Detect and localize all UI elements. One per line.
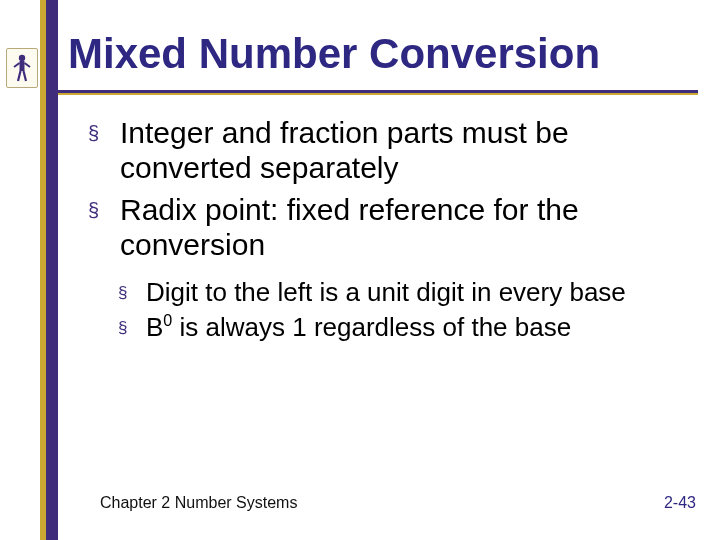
bullet-level1: § Integer and fraction parts must be con… — [88, 115, 698, 186]
bullet-text: Radix point: fixed reference for the con… — [120, 193, 579, 261]
bullet-icon: § — [118, 318, 127, 339]
svg-line-3 — [25, 63, 31, 67]
logo-badge — [6, 48, 38, 88]
svg-line-2 — [14, 63, 20, 67]
base-symbol: B — [146, 312, 163, 342]
sub-bullet-text: B0 is always 1 regardless of the base — [146, 312, 571, 342]
sub-bullet-group: § Digit to the left is a unit digit in e… — [118, 277, 698, 344]
footer-page-number: 2-43 — [664, 494, 696, 512]
bullet-suffix: is always 1 regardless of the base — [172, 312, 571, 342]
svg-rect-1 — [20, 61, 25, 71]
bullet-icon: § — [88, 199, 99, 223]
bullet-icon: § — [118, 283, 127, 304]
left-decorative-rail — [40, 0, 58, 540]
bullet-level2: § Digit to the left is a unit digit in e… — [118, 277, 698, 309]
purple-stripe — [46, 0, 58, 540]
footer-chapter-label: Chapter 2 Number Systems — [100, 494, 297, 512]
bullet-icon: § — [88, 122, 99, 146]
slide-content: § Integer and fraction parts must be con… — [88, 115, 698, 348]
bullet-level1: § Radix point: fixed reference for the c… — [88, 192, 698, 263]
bullet-text: Integer and fraction parts must be conve… — [120, 116, 569, 184]
sub-bullet-text: Digit to the left is a unit digit in eve… — [146, 277, 626, 307]
svg-point-0 — [19, 55, 25, 61]
svg-line-4 — [18, 71, 21, 81]
bullet-level2: § B0 is always 1 regardless of the base — [118, 312, 698, 344]
exponent: 0 — [163, 312, 172, 330]
svg-line-5 — [24, 71, 27, 81]
figure-icon — [11, 53, 33, 83]
slide-title: Mixed Number Conversion — [68, 30, 600, 78]
title-underline-gold — [58, 93, 698, 95]
